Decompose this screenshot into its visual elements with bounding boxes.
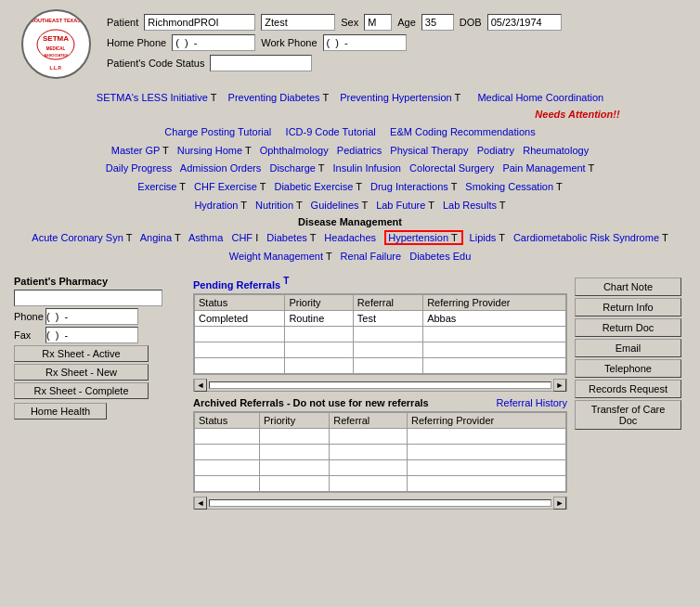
pharmacy-label: Patient's Pharmacy [14,276,186,287]
nav-rheumatology[interactable]: Rheumatology [523,145,589,156]
nav-admission-orders[interactable]: Admission Orders [180,162,261,174]
pharmacy-fax-input[interactable] [45,327,138,343]
svg-text:MEDICAL: MEDICAL [46,46,66,51]
nav-lab-future[interactable]: Lab Future [376,200,425,211]
nav-row-1: SETMA's LESS Initiative T Preventing Dia… [23,90,677,107]
nav-insulin-infusion[interactable]: Insulin Infusion [333,162,401,174]
nav-lipids[interactable]: Lipids [470,232,497,243]
code-status-input[interactable] [210,55,312,71]
nav-diabetes[interactable]: Diabetes [266,232,306,243]
arch-row-empty3 [195,460,566,476]
col-provider: Referring Provider [423,295,566,311]
nav-guidelines[interactable]: Guidelines [311,200,359,211]
table-row-empty2 [195,342,566,358]
nav-diabetic-exercise[interactable]: Diabetic Exercise [274,181,353,192]
telephone-button[interactable]: Telephone [575,359,681,378]
archived-scroll-bar: ◄ ► [193,497,567,510]
pending-scroll-track[interactable] [209,381,551,389]
nav-preventing-diabetes[interactable]: Preventing Diabetes [228,92,320,103]
archived-scroll-right[interactable]: ► [553,497,566,510]
chart-note-button[interactable]: Chart Note [575,278,681,296]
nav-diabetes-edu[interactable]: Diabetes Edu [409,251,471,262]
nav-hypertension[interactable]: Hypertension [388,232,448,243]
patient-last-input[interactable] [261,14,335,31]
pharmacy-phone-input[interactable] [45,308,138,325]
home-health-button[interactable]: Home Health [14,403,107,420]
nav-setma-less[interactable]: SETMA's LESS Initiative [97,92,208,103]
nav-preventing-hypertension[interactable]: Preventing Hypertension [340,92,451,103]
nav-nutrition[interactable]: Nutrition [255,200,293,211]
nav-chf-exercise[interactable]: CHF Exercise [194,181,257,192]
disease-row-2: Weight Management T Renal Failure Diabet… [23,249,677,265]
col-referral: Referral [353,295,422,311]
nav-pain-mgmt[interactable]: Pain Management [502,162,585,174]
age-input[interactable] [421,14,454,31]
arch-row-empty4 [195,476,566,492]
records-request-button[interactable]: Records Request [575,380,681,398]
nav-hydration[interactable]: Hydration [194,200,238,211]
nav-headaches[interactable]: Headaches [324,232,376,243]
pending-t-link[interactable]: T [283,276,289,286]
nav-angina[interactable]: Angina [140,232,172,243]
phone-row: Home Phone Work Phone [107,34,686,51]
nav-asthma[interactable]: Asthma [188,232,223,243]
return-doc-button[interactable]: Return Doc [575,318,681,337]
pending-scroll-bar: ◄ ► [193,379,567,392]
nav-podiatry[interactable]: Podiatry [477,145,514,156]
nav-em-coding[interactable]: E&M Coding Recommendations [390,126,536,137]
pending-referrals-table: Status Priority Referral Referring Provi… [194,294,566,374]
nav-charge-posting[interactable]: Charge Posting Tutorial [164,126,271,137]
nav-colorectal[interactable]: Colorectal Surgery [409,162,494,174]
nav-row-5: Exercise T CHF Exercise T Diabetic Exerc… [23,179,677,196]
nav-exercise[interactable]: Exercise [137,181,176,192]
patient-first-input[interactable] [144,14,255,31]
nav-daily-progress[interactable]: Daily Progress [106,162,173,174]
nav-cardiometabolic[interactable]: Cardiometabolic Risk Syndrome [513,232,659,243]
disease-management-title: Disease Management [23,216,677,227]
nav-medical-home[interactable]: Medical Home Coordination [477,92,603,103]
age-label: Age [397,17,416,28]
pending-scroll-left[interactable]: ◄ [194,379,207,392]
nav-drug-interactions[interactable]: Drug Interactions [370,181,448,192]
nav-row-3: Master GP T Nursing Home T Ophthalmology… [23,143,677,160]
archived-scroll-track[interactable] [209,499,551,507]
nav-smoking-cessation[interactable]: Smoking Cessation [465,181,553,192]
return-info-button[interactable]: Return Info [575,298,681,316]
referral-history-link[interactable]: Referral History [497,397,567,408]
arch-row-empty1 [195,429,566,445]
col-priority: Priority [285,295,353,311]
pending-scroll-right[interactable]: ► [553,379,566,392]
work-phone-input[interactable] [323,34,407,51]
nav-icd9[interactable]: ICD-9 Code Tutorial [286,126,376,137]
transfer-care-doc-button[interactable]: Transfer of Care Doc [575,400,681,430]
nav-row-4: Daily Progress Admission Orders Discharg… [23,161,677,177]
archived-scroll-left[interactable]: ◄ [194,497,207,510]
arch-col-referral: Referral [330,413,408,429]
nav-weight-mgmt[interactable]: Weight Management [229,251,323,262]
nav-discharge[interactable]: Discharge [269,162,316,174]
nav-needs-attention[interactable]: Needs Attention!! [535,109,619,120]
pharmacy-input[interactable] [14,290,162,306]
nav-nursing-home[interactable]: Nursing Home [177,145,242,156]
arch-col-status: Status [195,413,260,429]
header: SOUTHEAST TEXAS SETMA MEDICAL ASSOCIATES… [5,5,695,84]
rx-complete-button[interactable]: Rx Sheet - Complete [14,382,149,399]
nav-chf[interactable]: CHF [231,232,253,243]
arch-row-empty2 [195,445,566,460]
sex-input[interactable] [364,14,392,31]
home-phone-input[interactable] [172,34,255,51]
nav-pediatrics[interactable]: Pediatrics [337,145,382,156]
rx-new-button[interactable]: Rx Sheet - New [14,364,149,381]
nav-physical-therapy[interactable]: Physical Therapy [390,145,468,156]
dob-input[interactable] [487,14,562,31]
hypertension-highlight: Hypertension T [384,230,463,245]
nav-lab-results[interactable]: Lab Results [443,200,497,211]
nav-renal-failure[interactable]: Renal Failure [341,251,401,262]
right-panel: Chart Note Return Info Return Doc Email … [575,276,686,510]
email-button[interactable]: Email [575,339,681,357]
nav-ophthalmology[interactable]: Ophthalmology [260,145,329,156]
rx-active-button[interactable]: Rx Sheet - Active [14,345,149,362]
nav-master-gp[interactable]: Master GP [111,145,160,156]
nav-acute-coronary[interactable]: Acute Coronary Syn [32,232,123,243]
home-phone-label: Home Phone [107,37,166,48]
